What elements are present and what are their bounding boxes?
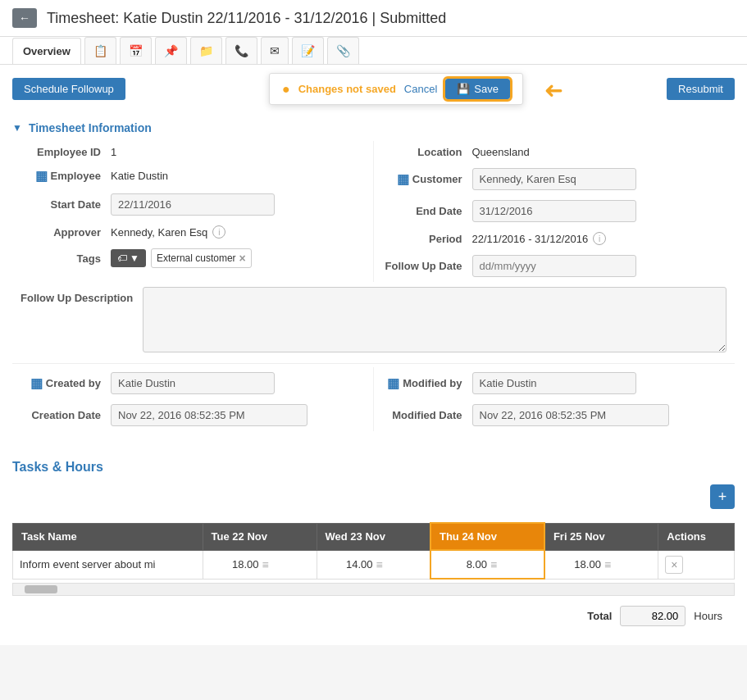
tab-overview[interactable]: Overview — [12, 38, 81, 64]
employee-icon: ▦ — [35, 168, 48, 184]
start-date-row: Start Date — [12, 189, 373, 220]
action-bar: Schedule Followup ● Changes not saved Ca… — [0, 65, 747, 113]
arrow-indicator: ➜ — [544, 78, 563, 105]
employee-id-row: Employee ID 1 — [12, 141, 373, 163]
tasks-section: Tasks & Hours + Task Name Tue 22 Nov Wed… — [0, 448, 747, 645]
page-header: ← Timesheet: Katie Dustin 22/11/2016 - 3… — [0, 0, 747, 37]
modified-date-row: Modified Date — [374, 399, 736, 431]
warning-icon: ● — [282, 82, 290, 97]
fri-menu-icon[interactable]: ≡ — [604, 558, 611, 571]
chevron-down-icon: ▼ — [12, 122, 22, 134]
hours-unit-label: Hours — [694, 610, 722, 622]
period-info-icon[interactable]: i — [593, 232, 606, 245]
thu-cell: ≡ — [430, 550, 544, 579]
table-row: Inform event server about mi ≡ ≡ — [13, 550, 735, 579]
fri-cell: ≡ — [544, 550, 658, 579]
form-right: Location Queensland ▦ Customer End Date … — [374, 141, 736, 282]
customer-icon: ▦ — [397, 171, 409, 187]
thu-menu-icon[interactable]: ≡ — [490, 558, 497, 571]
end-date-row: End Date — [374, 195, 736, 227]
follow-up-date-row: Follow Up Date — [374, 250, 736, 282]
changes-not-saved-text: Changes not saved — [298, 83, 396, 95]
tag-remove-button[interactable]: × — [239, 252, 246, 265]
follow-up-date-input[interactable] — [472, 255, 636, 277]
thu-hours-input[interactable] — [438, 558, 487, 570]
main-content: ▼ Timesheet Information Employee ID 1 ▦ … — [0, 113, 747, 448]
tab-table[interactable]: 📋 — [84, 37, 116, 64]
employee-row: ▦ Employee Katie Dustin — [12, 163, 373, 189]
tag-dropdown-button[interactable]: 🏷 ▼ — [111, 249, 146, 267]
modified-by-icon: ▦ — [387, 375, 399, 391]
actions-cell: × — [658, 550, 735, 579]
delete-row-button[interactable]: × — [665, 556, 683, 574]
save-button[interactable]: 💾 Save — [445, 79, 510, 99]
tab-calendar[interactable]: 📅 — [120, 37, 152, 64]
modified-date-input[interactable] — [472, 404, 669, 426]
chevron-icon: ▼ — [130, 252, 139, 264]
approver-info-icon[interactable]: i — [212, 225, 225, 239]
follow-up-description-row: Follow Up Description — [12, 282, 735, 360]
save-icon: 💾 — [457, 83, 470, 95]
task-name-cell: Inform event server about mi — [13, 550, 203, 579]
start-date-input[interactable] — [111, 193, 275, 216]
wed-cell: ≡ — [317, 550, 430, 579]
tabs-bar: Overview 📋 📅 📌 📁 📞 ✉ 📝 📎 — [0, 37, 747, 65]
external-customer-tag: External customer × — [151, 248, 252, 268]
tab-note[interactable]: 📝 — [292, 37, 324, 64]
cancel-link[interactable]: Cancel — [404, 83, 437, 95]
wed-hours-input[interactable] — [324, 558, 373, 570]
tue-cell: ≡ — [203, 550, 317, 579]
tasks-section-title: Tasks & Hours — [12, 460, 735, 475]
col-fri: Fri 25 Nov — [544, 523, 658, 550]
end-date-input[interactable] — [472, 200, 636, 222]
col-tue: Tue 22 Nov — [203, 523, 317, 550]
tags-row: Tags 🏷 ▼ External customer × — [12, 243, 373, 273]
created-by-icon: ▦ — [30, 375, 43, 391]
wed-menu-icon[interactable]: ≡ — [376, 558, 383, 571]
horizontal-scrollbar[interactable] — [12, 583, 735, 596]
customer-input[interactable] — [472, 168, 636, 190]
timesheet-form: Employee ID 1 ▦ Employee Katie Dustin St… — [12, 141, 735, 282]
customer-row: ▦ Customer — [374, 163, 736, 195]
resubmit-button[interactable]: Resubmit — [667, 78, 735, 100]
meta-form: ▦ Created by Creation Date ▦ Modified by… — [12, 367, 735, 431]
tue-hours-input[interactable] — [210, 558, 259, 570]
period-row: Period 22/11/2016 - 31/12/2016 i — [374, 227, 736, 250]
tab-phone[interactable]: 📞 — [225, 37, 257, 64]
modified-by-input[interactable] — [472, 372, 636, 394]
col-wed: Wed 23 Nov — [317, 523, 430, 550]
table-header-row: Task Name Tue 22 Nov Wed 23 Nov Thu 24 N… — [13, 523, 735, 550]
modified-by-row: ▦ Modified by — [374, 367, 736, 399]
col-thu: Thu 24 Nov — [430, 523, 544, 550]
col-task-name: Task Name — [13, 523, 203, 550]
save-bar: ● Changes not saved Cancel 💾 Save ➜ — [269, 73, 523, 105]
creation-date-input[interactable] — [111, 404, 307, 426]
tags-container: 🏷 ▼ External customer × — [111, 248, 252, 268]
tag-icon: 🏷 — [117, 252, 127, 264]
tab-attachment[interactable]: 📎 — [327, 37, 359, 64]
follow-up-description-textarea[interactable] — [143, 287, 727, 352]
back-button[interactable]: ← — [12, 8, 37, 28]
form-left: Employee ID 1 ▦ Employee Katie Dustin St… — [12, 141, 374, 282]
created-by-input[interactable] — [111, 372, 275, 394]
form-separator — [12, 363, 735, 364]
total-label: Total — [587, 610, 612, 622]
location-row: Location Queensland — [374, 141, 736, 163]
total-input[interactable] — [620, 606, 686, 626]
tab-pin[interactable]: 📌 — [155, 37, 187, 64]
page-title: Timesheet: Katie Dustin 22/11/2016 - 31/… — [47, 10, 446, 27]
scroll-thumb[interactable] — [25, 585, 57, 593]
creation-date-row: Creation Date — [12, 399, 373, 431]
tab-email[interactable]: ✉ — [261, 37, 289, 64]
approver-row: Approver Kennedy, Karen Esq i — [12, 220, 373, 243]
tasks-table: Task Name Tue 22 Nov Wed 23 Nov Thu 24 N… — [12, 522, 735, 580]
created-by-row: ▦ Created by — [12, 367, 373, 399]
fri-hours-input[interactable] — [552, 558, 601, 570]
col-actions: Actions — [658, 523, 735, 550]
add-task-button[interactable]: + — [710, 484, 735, 509]
timesheet-section-header[interactable]: ▼ Timesheet Information — [12, 113, 735, 141]
tab-folder[interactable]: 📁 — [190, 37, 222, 64]
total-row: Total Hours — [12, 599, 735, 633]
schedule-followup-button[interactable]: Schedule Followup — [12, 78, 125, 100]
tue-menu-icon[interactable]: ≡ — [262, 558, 269, 571]
